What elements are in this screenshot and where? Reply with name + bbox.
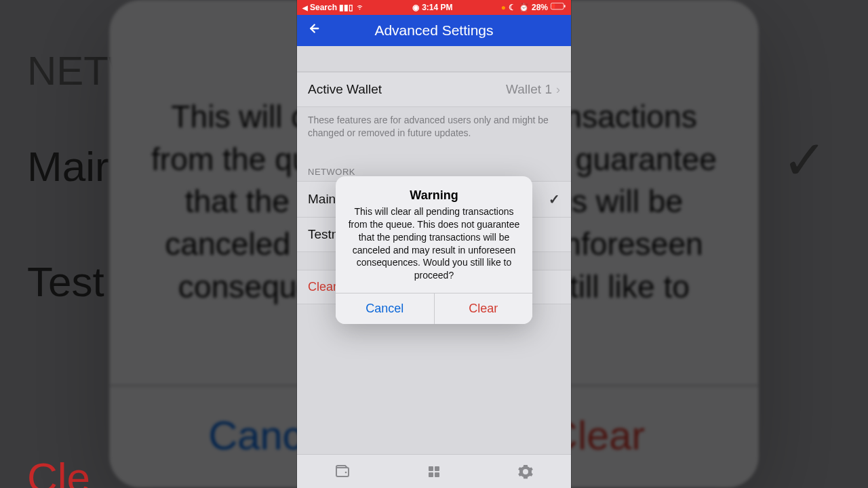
svg-rect-7: [429, 472, 433, 477]
battery-icon: [551, 3, 566, 12]
back-to-app-label[interactable]: Search: [310, 3, 337, 12]
svg-rect-2: [564, 5, 566, 7]
clear-button[interactable]: Clear: [435, 293, 533, 324]
clock-time: 3:14 PM: [422, 3, 452, 12]
nav-bar: Advanced Settings: [297, 15, 571, 46]
svg-rect-5: [429, 466, 433, 471]
content-area: Active Wallet Wallet 1 › These features …: [297, 46, 571, 454]
svg-rect-6: [435, 466, 439, 471]
dialog-message: This will clear all pending transactions…: [345, 205, 523, 282]
moon-icon: ☾: [509, 3, 516, 12]
cancel-button[interactable]: Cancel: [336, 293, 435, 324]
modal-overlay: Warning This will clear all pending tran…: [297, 46, 571, 454]
phone-frame: ◀ Search ▮▮▯ ◉ 3:14 PM ● ☾ ⏰ 28% Advance…: [297, 0, 571, 488]
tab-bar: [297, 454, 571, 488]
warning-dialog: Warning This will clear all pending tran…: [336, 176, 532, 324]
signal-icon: ▮▮▯: [339, 3, 353, 12]
dot-orange-icon: ●: [501, 3, 506, 12]
svg-point-4: [345, 471, 347, 473]
apps-tab[interactable]: [425, 463, 443, 481]
back-button[interactable]: [305, 21, 320, 40]
settings-tab[interactable]: [517, 463, 534, 481]
svg-rect-1: [552, 4, 555, 9]
dialog-actions: Cancel Clear: [336, 293, 532, 324]
status-bar: ◀ Search ▮▮▯ ◉ 3:14 PM ● ☾ ⏰ 28%: [297, 0, 571, 15]
page-title: Advanced Settings: [374, 22, 493, 39]
battery-percent: 28%: [532, 3, 548, 12]
dialog-title: Warning: [345, 188, 523, 203]
back-to-app-icon: ◀: [302, 4, 308, 12]
svg-rect-8: [435, 472, 439, 477]
wifi-icon: [355, 2, 364, 13]
recording-icon: ◉: [412, 3, 419, 12]
alarm-icon: ⏰: [519, 3, 529, 12]
wallet-tab[interactable]: [334, 463, 351, 481]
